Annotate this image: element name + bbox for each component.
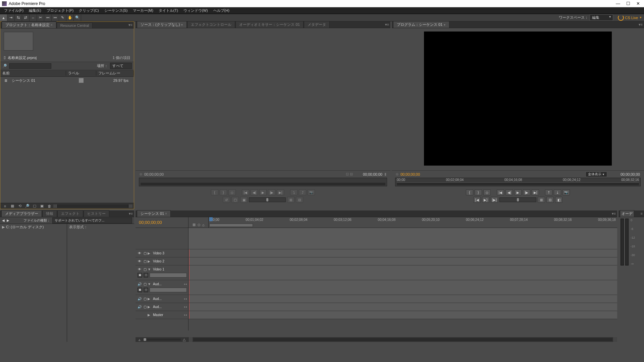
overwrite-button[interactable]: ⤴	[299, 189, 306, 195]
source-viewer[interactable]	[136, 28, 390, 169]
timeline-current-tc[interactable]: 00;00;00;00	[139, 220, 162, 225]
tab-info[interactable]: 情報	[42, 210, 57, 217]
track-lane[interactable]	[189, 295, 617, 303]
lift-button[interactable]: ⤒	[545, 189, 552, 195]
tab-project[interactable]: プロジェクト：名称未設定	[2, 21, 56, 28]
step-back-button[interactable]: ◀|	[251, 189, 258, 195]
extract-button[interactable]: ⤓	[554, 189, 561, 195]
col-framerate[interactable]: フレームレー	[96, 71, 134, 76]
play-in-out-button[interactable]: {▶}	[491, 197, 498, 203]
slip-tool[interactable]: ↤	[44, 14, 52, 21]
safe-margins-button[interactable]: ▢	[231, 197, 239, 203]
workspace-selector[interactable]: 編集	[590, 14, 613, 21]
panel-menu-icon[interactable]: ≡	[641, 212, 643, 216]
loop-button[interactable]: {◀	[473, 197, 481, 203]
step-fwd-button[interactable]: |▶	[523, 189, 530, 195]
zoom-tool[interactable]: 🔍	[74, 14, 81, 21]
track-lane[interactable]	[189, 265, 617, 280]
marker-icon[interactable]: ◇	[198, 223, 200, 227]
loop-button[interactable]: ↺	[223, 197, 230, 203]
output-button[interactable]: ▣	[240, 197, 248, 203]
track-lane[interactable]	[189, 257, 617, 265]
sync-lock-icon[interactable]: ▢	[142, 267, 148, 271]
track-twirl-icon[interactable]: ▶	[148, 251, 152, 255]
mark-out-button[interactable]: }	[220, 189, 227, 195]
tab-history[interactable]: ヒストリー	[84, 210, 109, 217]
minimize-button[interactable]: —	[616, 1, 620, 6]
track-lane[interactable]	[189, 249, 617, 257]
panel-menu-icon[interactable]: ▾≡	[612, 212, 616, 216]
toggle-multi-button[interactable]: ⊟	[296, 197, 303, 203]
go-to-next-edit-button[interactable]: ▶|	[532, 189, 539, 195]
tab-source[interactable]: ソース：(クリップなし)	[137, 21, 187, 28]
mark-out-button[interactable]: }	[475, 189, 482, 195]
track-twirl-icon[interactable]: ▶	[148, 259, 152, 263]
automate-icon[interactable]: ⟲	[17, 204, 22, 208]
col-label[interactable]: ラベル	[66, 71, 96, 76]
trim-button[interactable]: ⊞	[538, 197, 545, 203]
track-twirl-icon[interactable]: ▶	[148, 305, 152, 309]
go-to-in-button[interactable]: |◀	[242, 189, 249, 195]
sync-lock-icon[interactable]: ▢	[142, 305, 148, 309]
timeline-hscroll[interactable]	[193, 338, 612, 341]
tab-program[interactable]: プログラム：シーケンス 01	[393, 21, 449, 28]
source-time-ruler[interactable]	[139, 178, 387, 186]
menu-window[interactable]: ウィンドウ(W)	[181, 8, 211, 13]
keyframe-lane[interactable]	[150, 288, 187, 292]
tab-resource-central[interactable]: Resource Central	[57, 22, 93, 28]
track-twirl-icon[interactable]: ▶	[148, 297, 152, 301]
pen-tool[interactable]: ✎	[59, 14, 66, 21]
source-current-tc[interactable]: 00;00;00;00	[144, 172, 164, 176]
sync-lock-icon[interactable]: ▢	[142, 282, 148, 286]
program-current-tc[interactable]: 00;00;00;00	[400, 172, 420, 176]
multicam-button[interactable]: ⊟	[546, 197, 554, 203]
color-button[interactable]: ◧	[555, 197, 562, 203]
find-icon[interactable]: 🔎	[24, 204, 30, 208]
project-column-header[interactable]: 名前 ラベル フレームレー	[0, 70, 134, 77]
rolling-edit-tool[interactable]: ⇄	[22, 14, 30, 21]
menu-clip[interactable]: クリップ(C)	[76, 8, 101, 13]
panel-menu-icon[interactable]: ▾≡	[129, 212, 133, 216]
track-twirl-icon[interactable]: ▼	[148, 267, 152, 271]
tab-effect-controls[interactable]: エフェクトコントロール	[187, 21, 235, 28]
icon-view-icon[interactable]: ▦	[10, 204, 15, 208]
menu-file[interactable]: ファイル(F)	[1, 8, 26, 13]
project-search-input[interactable]	[9, 63, 51, 69]
track-select-tool[interactable]: ⇥	[7, 14, 15, 21]
hand-tool[interactable]: ✋	[66, 14, 74, 21]
media-tree[interactable]: ▶C: (ローカル ディスク)	[0, 217, 67, 342]
menu-help[interactable]: ヘルプ(H)	[211, 8, 232, 13]
go-to-out-button[interactable]: ▶|	[277, 189, 284, 195]
tab-sequence[interactable]: シーケンス 01	[137, 210, 171, 217]
zoom-slider[interactable]	[143, 339, 181, 341]
razor-tool[interactable]: ✂	[37, 14, 44, 21]
work-area-bar[interactable]	[209, 224, 253, 227]
toggle-av-button[interactable]: ⊞	[287, 197, 294, 203]
fit-icon[interactable]: ⊡ ⊟	[346, 172, 353, 176]
col-name[interactable]: 名前	[0, 71, 66, 76]
jog-shuttle[interactable]	[499, 197, 536, 202]
tab-metadata[interactable]: メタデータ	[304, 21, 330, 28]
mark-in-button[interactable]: {	[211, 189, 218, 195]
sync-lock-icon[interactable]: ▢	[142, 251, 148, 255]
marker-button[interactable]: ◇	[483, 189, 491, 195]
keyframe-lane[interactable]	[150, 273, 187, 278]
export-frame-button[interactable]: 📷	[308, 189, 315, 195]
go-to-prev-edit-button[interactable]: |◀	[497, 189, 504, 195]
sync-lock-icon[interactable]: ▢	[142, 259, 148, 263]
play-button[interactable]: ▶	[514, 189, 522, 195]
track-lane[interactable]	[189, 311, 617, 319]
keyframe-icon[interactable]: ◇	[144, 288, 148, 292]
safe-margins-button[interactable]: ▶}	[482, 197, 489, 203]
menu-marker[interactable]: マーカー(M)	[130, 8, 156, 13]
menu-sequence[interactable]: シーケンス(S)	[102, 8, 130, 13]
close-button[interactable]: ✕	[636, 1, 640, 6]
toggle-output-icon[interactable]: 👁	[137, 259, 142, 263]
new-bin-icon[interactable]: ▢	[32, 204, 37, 208]
drive-item[interactable]: ▶C: (ローカル ディスク)	[2, 225, 65, 230]
mute-icon[interactable]: 🔊	[137, 297, 142, 301]
program-viewer[interactable]	[392, 28, 644, 169]
tab-media-browser[interactable]: メディアブラウザー	[1, 210, 42, 217]
tab-audio-mixer[interactable]: オーディオミキサー：シーケンス 01	[235, 21, 303, 28]
maximize-button[interactable]: ☐	[626, 1, 630, 6]
